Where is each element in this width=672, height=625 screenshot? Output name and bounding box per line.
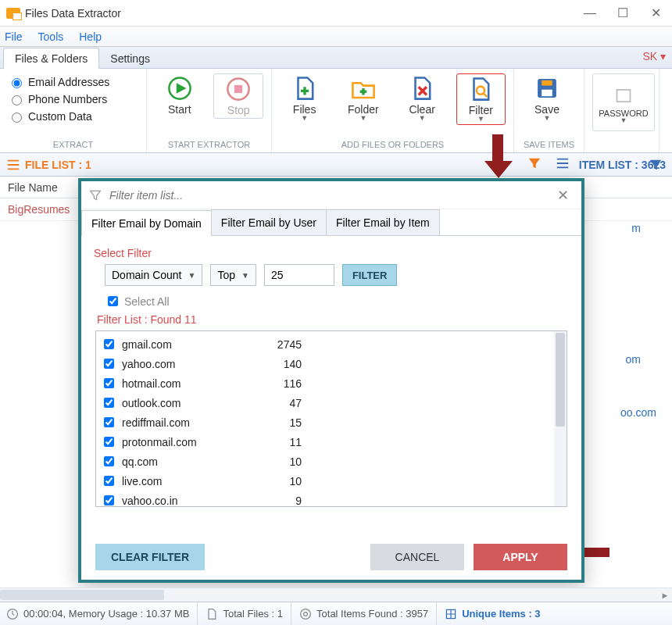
apply-button[interactable]: APPLY	[474, 544, 567, 570]
item-filter-icon[interactable]	[649, 158, 663, 175]
status-time-memory: 00:00:04, Memory Usage : 10.37 MB	[23, 608, 189, 620]
app-icon	[6, 8, 20, 19]
svg-point-11	[301, 609, 311, 619]
menu-tools[interactable]: Tools	[38, 30, 64, 43]
filter-row-5[interactable]: protonmail.com11	[101, 432, 552, 452]
window-title: Files Data Extractor	[25, 7, 121, 20]
file-search-icon	[467, 76, 494, 102]
file-icon	[206, 608, 218, 620]
svg-rect-3	[234, 85, 242, 93]
statusbar: 00:00:04, Memory Usage : 10.37 MB Total …	[0, 602, 672, 625]
dialog-search-input[interactable]	[108, 188, 552, 202]
ribbon-tabstrip: Files & Folders Settings SK ▾	[0, 47, 672, 69]
annotation-arrow-filter	[484, 134, 511, 180]
stop-button[interactable]: Stop	[213, 73, 263, 119]
radio-phone[interactable]: Phone Numbers	[8, 91, 138, 108]
tab-filter-domain[interactable]: Filter Email by Domain	[81, 210, 212, 236]
clock-icon	[6, 608, 19, 620]
menu-file[interactable]: File	[5, 30, 23, 43]
group-label-extract: EXTRACT	[8, 140, 138, 151]
filter-row-0[interactable]: gmail.com2745	[101, 334, 552, 354]
peek-text-2: om	[626, 353, 641, 366]
minimize-button[interactable]: —	[574, 1, 606, 26]
save-button[interactable]: Save▼	[522, 73, 572, 123]
tab-settings[interactable]: Settings	[99, 48, 161, 68]
status-total-files: Total Files : 1	[223, 608, 283, 620]
radio-email[interactable]: Email Addresses	[8, 73, 138, 91]
col-file-name: File Name	[8, 181, 58, 194]
svg-point-4	[477, 87, 484, 95]
file-list-label: FILE LIST : 1	[25, 159, 91, 171]
list-icon	[6, 158, 20, 172]
filter-listbox: gmail.com2745yahoo.com140hotmail.com116o…	[95, 330, 567, 507]
status-unique-items: Unique Items : 3	[462, 608, 540, 620]
svg-point-12	[304, 612, 308, 616]
filter-dialog: ✕ Filter Email by Domain Filter Email by…	[78, 178, 584, 583]
tab-filter-item[interactable]: Filter Email by Item	[326, 209, 440, 235]
filter-row-8[interactable]: vahoo.co.in9	[101, 491, 552, 507]
item-list-icon	[556, 156, 574, 173]
filter-button[interactable]: Filter▼	[456, 73, 506, 125]
combo-top[interactable]: Top▼	[210, 264, 256, 286]
filter-row-3[interactable]: outlook.com47	[101, 393, 552, 412]
select-all-checkbox[interactable]: Select All	[105, 294, 569, 309]
close-button[interactable]: ✕	[639, 1, 672, 26]
group-label-add: ADD FILES OR FOLDERS	[280, 140, 506, 151]
file-x-icon	[409, 75, 435, 102]
filter-row-1[interactable]: yahoo.com140	[101, 354, 552, 373]
extract-mode-group: Email Addresses Phone Numbers Custom Dat…	[8, 73, 138, 125]
dialog-close-button[interactable]: ✕	[552, 184, 574, 207]
password-icon	[610, 80, 637, 107]
add-files-button[interactable]: Files▼	[280, 73, 329, 123]
filter-run-button[interactable]: FILTER	[342, 264, 398, 286]
clear-filter-button[interactable]: CLEAR FILTER	[95, 544, 205, 570]
save-icon	[534, 75, 560, 102]
play-icon	[166, 75, 193, 102]
svg-marker-1	[176, 83, 186, 94]
filter-row-4[interactable]: rediffmail.com15	[101, 412, 552, 432]
file-filter-icon[interactable]	[527, 156, 546, 173]
combo-domain-count[interactable]: Domain Count▼	[105, 264, 202, 286]
list-header-strip: FILE LIST : 1 ITEM LIST : 3623	[0, 153, 672, 177]
filter-count-input[interactable]	[264, 264, 334, 286]
svg-rect-8	[542, 90, 552, 97]
password-button[interactable]: PASSWORD▼	[592, 73, 655, 131]
grid-icon	[445, 608, 457, 620]
titlebar: Files Data Extractor — ☐ ✕	[0, 0, 672, 27]
svg-rect-9	[617, 90, 631, 102]
clear-button[interactable]: Clear▼	[398, 73, 447, 123]
maximize-button[interactable]: ☐	[606, 1, 639, 26]
peek-text-1: m	[631, 222, 641, 234]
menu-help[interactable]: Help	[79, 30, 102, 43]
add-folder-button[interactable]: Folder▼	[338, 73, 388, 123]
horizontal-scrollbar[interactable]: ◄►	[0, 588, 672, 602]
peek-text-3: oo.com	[620, 406, 656, 419]
group-label-save: SAVE ITEMS	[522, 140, 576, 151]
at-icon	[299, 608, 312, 620]
filter-row-7[interactable]: live.com10	[101, 471, 552, 491]
svg-rect-7	[542, 80, 552, 86]
tab-filter-user[interactable]: Filter Email by User	[211, 209, 327, 235]
folder-plus-icon	[350, 75, 377, 102]
group-label-start: START EXTRACTOR	[155, 140, 263, 151]
ribbon: Email Addresses Phone Numbers Custom Dat…	[0, 69, 672, 153]
cancel-button[interactable]: CANCEL	[370, 544, 464, 570]
filter-list-label: Filter List : Found 11	[97, 313, 569, 326]
status-total-items: Total Items Found : 3957	[316, 608, 428, 620]
menubar: File Tools Help	[0, 27, 672, 47]
stop-icon	[225, 76, 252, 102]
listbox-scrollbar[interactable]	[554, 331, 567, 506]
radio-custom[interactable]: Custom Data	[8, 108, 138, 125]
start-button[interactable]: Start	[155, 73, 204, 117]
file-plus-icon	[291, 75, 318, 102]
user-menu[interactable]: SK ▾	[642, 50, 666, 62]
filter-row-2[interactable]: hotmail.com116	[101, 373, 552, 393]
tab-files-folders[interactable]: Files & Folders	[3, 48, 99, 69]
funnel-icon	[89, 189, 102, 202]
select-filter-label: Select Filter	[94, 247, 569, 259]
filter-row-6[interactable]: qq.com10	[101, 452, 552, 471]
svg-line-5	[484, 94, 488, 97]
